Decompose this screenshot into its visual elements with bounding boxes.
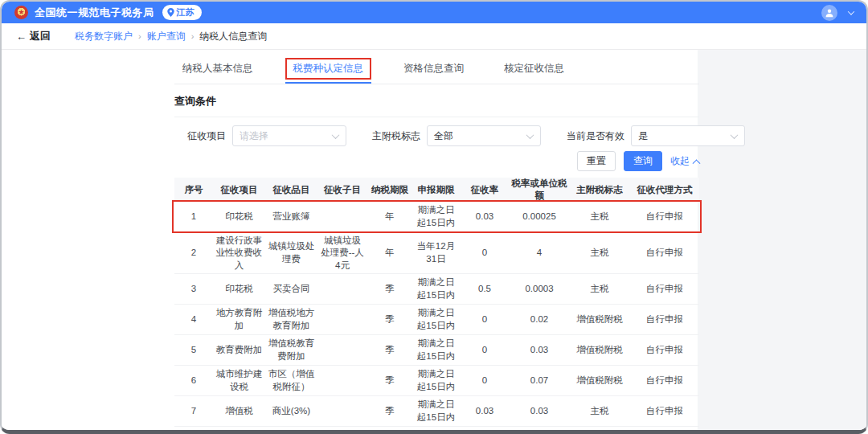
region-badge[interactable]: 江苏 xyxy=(162,5,202,20)
table-cell: 5 xyxy=(174,335,213,366)
results-table: 序号征收项目征收品目征收子目纳税期限申报期限征收率税率或单位税额主附税标志征收代… xyxy=(174,178,699,434)
table-cell: 季 xyxy=(367,274,412,305)
filter-row: 征收项目 请选择 主附税标志 全部 当前是否有效 是 xyxy=(174,125,699,146)
table-column-header: 序号 xyxy=(174,178,213,202)
table-cell: 0 xyxy=(460,366,510,396)
collection-item-select[interactable]: 请选择 xyxy=(232,125,346,146)
table-column-header: 征收代理方式 xyxy=(630,178,699,202)
table-cell: 3 xyxy=(174,274,213,305)
table-cell: 增值税附税 xyxy=(569,335,630,366)
table-row[interactable]: 7增值税商业(3%)季期满之日起15日内0.030.03主税自行申报 xyxy=(174,396,699,427)
table-cell: 8 xyxy=(174,427,213,434)
table-column-header: 征收项目 xyxy=(213,178,265,202)
filter-label: 当前是否有效 xyxy=(567,129,624,143)
table-cell: 0.00025 xyxy=(510,202,569,232)
search-button[interactable]: 查询 xyxy=(624,151,662,171)
table-cell xyxy=(317,427,367,434)
table-cell xyxy=(317,274,367,305)
table-cell: 4 xyxy=(510,232,569,274)
chevron-down-icon xyxy=(332,131,340,139)
table-cell: 工资薪金所得 xyxy=(265,427,317,434)
table-column-header: 征收率 xyxy=(460,178,510,202)
tab-taxpayer-basic-info[interactable]: 纳税人基本信息 xyxy=(174,58,261,84)
table-cell: 期满之日起15日内 xyxy=(412,396,460,427)
table-column-header: 主附税标志 xyxy=(569,178,630,202)
table-cell xyxy=(317,335,367,366)
currently-valid-select[interactable]: 是 xyxy=(631,125,745,146)
table-cell: 0.2 xyxy=(510,427,569,434)
region-badge-label: 江苏 xyxy=(177,6,194,18)
table-cell: 0.03 xyxy=(460,396,510,427)
table-cell: 季 xyxy=(367,305,412,335)
table-cell: 0 xyxy=(460,427,510,434)
table-cell: 增值税地方教育附加 xyxy=(265,305,317,335)
table-cell: 主税 xyxy=(569,274,630,305)
table-cell: 0.03 xyxy=(460,202,510,232)
collapse-toggle[interactable]: 收起 xyxy=(670,154,699,168)
table-cell: 买卖合同 xyxy=(265,274,317,305)
table-body: 1印花税营业账簿年期满之日起15日内0.030.00025主税自行申报2建设行政… xyxy=(174,202,699,434)
table-cell: 营业账簿 xyxy=(265,202,317,232)
table-cell: 期满之日起15日内 xyxy=(412,274,460,305)
table-row[interactable]: 3印花税买卖合同季期满之日起15日内0.50.0003主税自行申报 xyxy=(174,274,699,305)
table-row[interactable]: 4地方教育附加增值税地方教育附加季期满之日起15日内00.02增值税附税自行申报 xyxy=(174,305,699,335)
tab-qualification-info[interactable]: 资格信息查询 xyxy=(395,58,472,84)
table-cell: 城镇垃圾处理费 xyxy=(265,232,317,274)
table-cell: 期满之日起15日内 xyxy=(412,202,460,232)
table-row[interactable]: 8个人所得税工资薪金所得月期满之日起15日内00.2主税代扣代缴 xyxy=(174,427,699,434)
tab-label: 核定征收信息 xyxy=(496,58,572,80)
table-row[interactable]: 6城市维护建设税市区（增值税附征）季期满之日起15日内00.07增值税附税自行申… xyxy=(174,366,699,396)
table-cell: 主税 xyxy=(569,427,630,434)
tab-bar: 纳税人基本信息 税费种认定信息 资格信息查询 核定征收信息 xyxy=(174,50,699,84)
national-emblem-icon: ★ xyxy=(14,6,28,19)
content-area: 纳税人基本信息 税费种认定信息 资格信息查询 核定征收信息 查询条件 xyxy=(2,50,866,430)
app-window: ★ 全国统一规范电子税务局 江苏 ← 返回 税务数字账户 xyxy=(0,0,868,434)
table-cell: 0.5 xyxy=(460,274,510,305)
table-cell: 季 xyxy=(367,335,412,366)
location-pin-icon xyxy=(167,8,174,17)
user-avatar-icon[interactable] xyxy=(821,5,837,21)
table-cell: 自行申报 xyxy=(630,305,699,335)
table-cell: 商业(3%) xyxy=(265,396,317,427)
breadcrumb-current: 纳税人信息查询 xyxy=(199,30,267,43)
tab-tax-type-determination[interactable]: 税费种认定信息 xyxy=(285,58,372,84)
table-cell: 建设行政事业性收费收入 xyxy=(213,232,265,274)
query-section-title: 查询条件 xyxy=(174,94,699,108)
filter-collection-item: 征收项目 请选择 xyxy=(187,125,346,146)
table-cell: 季 xyxy=(367,396,412,427)
tab-label: 纳税人基本信息 xyxy=(174,58,261,80)
main-additional-flag-select[interactable]: 全部 xyxy=(427,125,541,146)
tab-underline xyxy=(496,82,572,84)
table-cell: 2 xyxy=(174,232,213,274)
tab-underline xyxy=(285,82,372,84)
table-cell: 增值税教育费附加 xyxy=(265,335,317,366)
table-cell: 自行申报 xyxy=(630,274,699,305)
table-cell: 年 xyxy=(367,202,412,232)
table-row[interactable]: 2建设行政事业性收费收入城镇垃圾处理费城镇垃圾处理费--人4元年当年12月31日… xyxy=(174,232,699,274)
table-cell xyxy=(317,202,367,232)
reset-button[interactable]: 重置 xyxy=(577,151,616,171)
table-cell: 印花税 xyxy=(213,202,265,232)
breadcrumb-item[interactable]: 税务数字账户 xyxy=(75,30,133,43)
table-cell: 地方教育附加 xyxy=(213,305,265,335)
back-button[interactable]: ← 返回 xyxy=(16,29,51,43)
table-cell: 0.03 xyxy=(510,396,569,427)
table-header: 序号征收项目征收品目征收子目纳税期限申报期限征收率税率或单位税额主附税标志征收代… xyxy=(174,178,699,202)
chevron-down-icon xyxy=(526,131,534,139)
table-cell: 0.0003 xyxy=(510,274,569,305)
table-cell: 月 xyxy=(367,427,412,434)
table-row[interactable]: 5教育费附加增值税教育费附加季期满之日起15日内00.03增值税附税自行申报 xyxy=(174,335,699,366)
table-cell: 主税 xyxy=(569,232,630,274)
table-header-row: 序号征收项目征收品目征收子目纳税期限申报期限征收率税率或单位税额主附税标志征收代… xyxy=(174,178,699,202)
select-value: 全部 xyxy=(434,129,453,143)
app-title: 全国统一规范电子税务局 xyxy=(35,6,154,20)
table-cell: 6 xyxy=(174,366,213,396)
table-cell: 主税 xyxy=(569,396,630,427)
back-label: 返回 xyxy=(30,29,51,43)
tab-assessed-collection-info[interactable]: 核定征收信息 xyxy=(496,58,572,84)
chevron-down-icon[interactable] xyxy=(848,8,854,14)
chevron-down-icon xyxy=(731,131,739,139)
table-row[interactable]: 1印花税营业账簿年期满之日起15日内0.030.00025主税自行申报 xyxy=(174,202,699,232)
breadcrumb-item[interactable]: 账户查询 xyxy=(147,30,186,43)
chevron-up-icon xyxy=(693,159,701,167)
